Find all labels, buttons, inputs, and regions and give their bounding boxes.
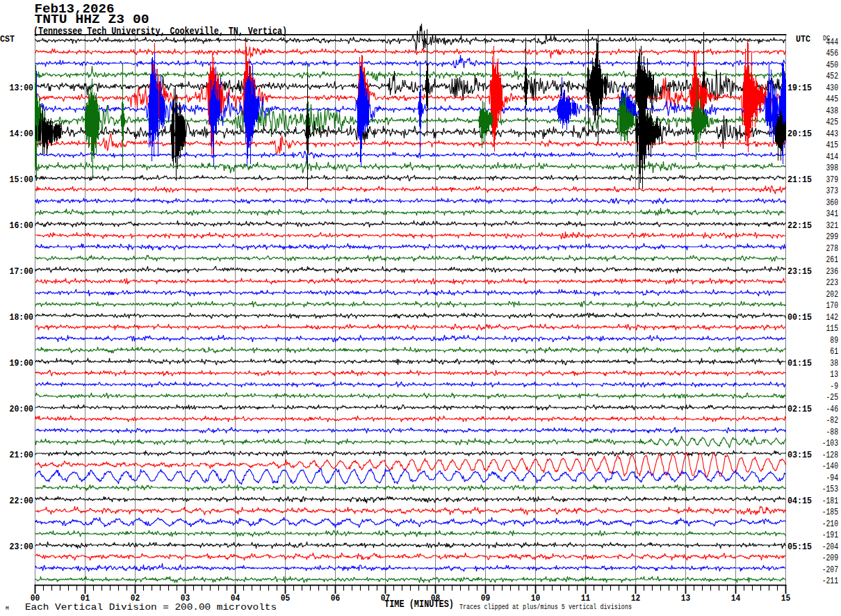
- svg-text:-153: -153: [822, 484, 838, 494]
- svg-text:38: 38: [830, 358, 838, 368]
- svg-text:09: 09: [481, 593, 491, 603]
- svg-text:20:00: 20:00: [10, 404, 34, 414]
- svg-text:01:15: 01:15: [787, 358, 812, 368]
- svg-text:-94: -94: [826, 473, 839, 483]
- svg-text:430: 430: [826, 83, 838, 93]
- svg-text:13: 13: [830, 369, 838, 380]
- svg-text:-128: -128: [822, 450, 838, 460]
- svg-text:456: 456: [826, 48, 838, 58]
- svg-text:Traces clipped at plus/minus 5: Traces clipped at plus/minus 5 vertical …: [459, 603, 632, 611]
- svg-text:414: 414: [826, 152, 839, 162]
- svg-text:06: 06: [331, 593, 341, 603]
- svg-text:341: 341: [826, 209, 839, 219]
- svg-text:261: 261: [826, 254, 839, 265]
- svg-text:452: 452: [826, 71, 838, 81]
- svg-text:61: 61: [830, 346, 838, 357]
- svg-text:13:00: 13:00: [10, 83, 34, 93]
- svg-text:438: 438: [826, 106, 838, 116]
- svg-text:-210: -210: [822, 519, 838, 529]
- svg-text:223: 223: [826, 277, 838, 288]
- svg-text:Each Vertical Division = 200.: Each Vertical Division = 200.00 microvol…: [25, 603, 277, 613]
- svg-text:UTC: UTC: [796, 34, 810, 44]
- svg-text:-82: -82: [826, 415, 838, 425]
- svg-text:14:00: 14:00: [10, 129, 34, 139]
- svg-text:-9: -9: [830, 381, 838, 391]
- svg-text:M: M: [6, 605, 9, 611]
- svg-text:23:15: 23:15: [787, 266, 812, 277]
- svg-text:05: 05: [281, 593, 291, 603]
- svg-text:-204: -204: [822, 542, 838, 552]
- svg-text:202: 202: [826, 289, 838, 300]
- svg-text:12: 12: [631, 593, 641, 603]
- svg-text:05:15: 05:15: [787, 542, 812, 552]
- svg-text:443: 443: [826, 129, 838, 139]
- svg-text:-211: -211: [822, 576, 838, 586]
- svg-text:03:15: 03:15: [787, 450, 812, 460]
- svg-text:278: 278: [826, 243, 838, 254]
- svg-text:-185: -185: [822, 507, 838, 517]
- svg-text:142: 142: [826, 312, 838, 323]
- svg-text:360: 360: [826, 197, 838, 208]
- svg-text:04: 04: [231, 593, 240, 603]
- svg-text:425: 425: [826, 117, 838, 127]
- svg-text:-209: -209: [822, 553, 838, 563]
- svg-text:22:15: 22:15: [787, 220, 812, 231]
- svg-text:19:00: 19:00: [10, 358, 34, 368]
- svg-text:170: 170: [826, 300, 838, 311]
- svg-text:13: 13: [681, 593, 691, 603]
- svg-text:CST: CST: [0, 34, 15, 44]
- svg-text:89: 89: [830, 335, 838, 346]
- svg-text:-46: -46: [826, 404, 838, 414]
- svg-text:23:00: 23:00: [10, 542, 34, 552]
- svg-text:-140: -140: [822, 461, 838, 471]
- svg-text:-103: -103: [822, 438, 838, 448]
- svg-text:15:00: 15:00: [10, 175, 34, 185]
- svg-text:04:15: 04:15: [787, 496, 812, 506]
- svg-text:379: 379: [826, 175, 838, 185]
- svg-text:115: 115: [826, 323, 838, 334]
- svg-text:20:15: 20:15: [787, 129, 812, 139]
- svg-text:16:00: 16:00: [10, 220, 34, 231]
- svg-text:03: 03: [181, 593, 190, 603]
- svg-text:21:00: 21:00: [10, 450, 34, 460]
- svg-text:299: 299: [826, 232, 838, 242]
- svg-text:00:15: 00:15: [787, 312, 812, 323]
- svg-text:00: 00: [31, 593, 40, 603]
- svg-text:236: 236: [826, 266, 838, 277]
- svg-text:02:15: 02:15: [787, 404, 812, 414]
- svg-text:321: 321: [826, 220, 839, 231]
- svg-text:TIME (MINUTES): TIME (MINUTES): [384, 599, 454, 610]
- svg-text:15: 15: [781, 593, 791, 603]
- svg-text:-191: -191: [822, 530, 838, 540]
- svg-text:398: 398: [826, 163, 838, 173]
- svg-text:373: 373: [826, 186, 838, 196]
- svg-text:10: 10: [531, 593, 541, 603]
- svg-text:22:00: 22:00: [10, 496, 34, 506]
- svg-text:(Tennessee Tech University, Co: (Tennessee Tech University, Cookeville, …: [33, 26, 287, 38]
- svg-text:18:00: 18:00: [10, 312, 34, 323]
- svg-text:19:15: 19:15: [787, 83, 812, 93]
- svg-text:01: 01: [81, 593, 90, 603]
- svg-text:444: 444: [826, 37, 839, 47]
- svg-text:14: 14: [731, 593, 741, 603]
- svg-text:-25: -25: [826, 392, 838, 403]
- svg-text:415: 415: [826, 140, 838, 150]
- svg-text:02: 02: [131, 593, 140, 603]
- svg-text:-207: -207: [822, 565, 838, 575]
- svg-text:11: 11: [581, 593, 591, 603]
- svg-text:-88: -88: [826, 427, 838, 437]
- svg-text:21:15: 21:15: [787, 175, 812, 185]
- svg-text:450: 450: [826, 60, 838, 70]
- svg-text:-181: -181: [822, 496, 838, 506]
- svg-text:445: 445: [826, 94, 838, 104]
- svg-text:17:00: 17:00: [10, 266, 34, 277]
